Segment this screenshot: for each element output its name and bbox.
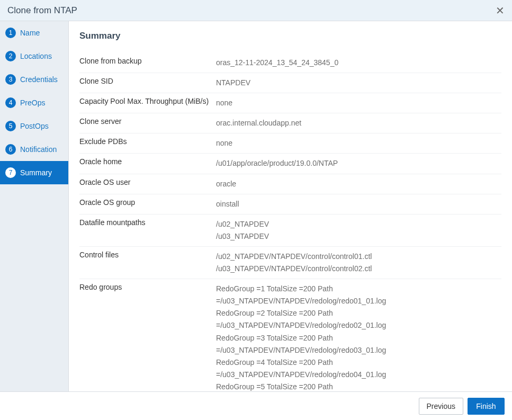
summary-value-line: RedoGroup =2 TotalSize =200 Path =/u03_N… [216,307,501,332]
step-number-badge: 3 [5,74,16,85]
summary-value-line: RedoGroup =4 TotalSize =200 Path =/u03_N… [216,356,501,381]
summary-label: Clone server [79,117,216,129]
summary-value-line: /u03_NTAPDEV [216,230,501,243]
summary-value: oracle [216,178,501,190]
summary-row: Oracle OS groupoinstall [79,194,501,215]
summary-row: Clone SIDNTAPDEV [79,73,501,93]
summary-value: oinstall [216,198,501,210]
summary-value: none [216,97,501,109]
summary-label: Clone SID [79,77,216,89]
previous-button[interactable]: Previous [419,398,463,415]
summary-value-line: RedoGroup =3 TotalSize =200 Path =/u03_N… [216,332,501,356]
summary-row: Oracle home/u01/app/oracle/product/19.0.… [79,154,501,174]
wizard-step-preops[interactable]: 4PreOps [0,91,68,114]
summary-value-line: none [216,97,501,109]
step-number-badge: 7 [5,167,16,178]
summary-value-line: RedoGroup =5 TotalSize =200 Path =/u03_N… [216,381,501,391]
wizard-step-name[interactable]: 1Name [0,21,68,44]
finish-button[interactable]: Finish [468,398,505,415]
summary-value: /u01/app/oracle/product/19.0.0/NTAP [216,157,501,169]
summary-row: Datafile mountpaths/u02_NTAPDEV/u03_NTAP… [79,215,501,247]
summary-label: Clone from backup [79,57,216,69]
summary-row: Capacity Pool Max. Throughput (MiB/s)non… [79,93,501,113]
main-wrap: Summary Clone from backuporas_12-11-2024… [69,21,512,391]
wizard-step-credentials[interactable]: 3Credentials [0,68,68,91]
step-label: PreOps [20,99,45,107]
modal-header: Clone from NTAP ✕ [0,0,512,21]
summary-value-line: oracle [216,178,501,190]
step-label: Name [20,29,40,37]
step-number-badge: 1 [5,28,16,38]
modal-body: 1Name2Locations3Credentials4PreOps5PostO… [0,21,512,391]
summary-value-line: NTAPDEV [216,77,501,89]
step-number-badge: 5 [5,121,16,131]
modal-clone: Clone from NTAP ✕ 1Name2Locations3Creden… [0,0,512,420]
summary-value: oras_12-11-2024_13_54_24_3845_0 [216,57,501,69]
step-number-badge: 6 [5,144,16,155]
summary-value: RedoGroup =1 TotalSize =200 Path =/u03_N… [216,283,501,391]
summary-value: /u02_NTAPDEV/NTAPDEV/control/control01.c… [216,251,501,275]
summary-value-line: oinstall [216,198,501,210]
summary-label: Capacity Pool Max. Throughput (MiB/s) [79,97,216,109]
summary-value-line: /u01/app/oracle/product/19.0.0/NTAP [216,157,501,169]
summary-value-line: RedoGroup =1 TotalSize =200 Path =/u03_N… [216,283,501,307]
summary-heading: Summary [79,31,501,41]
wizard-step-summary[interactable]: 7Summary [0,161,68,184]
summary-label: Oracle home [79,157,216,169]
summary-row: Clone from backuporas_12-11-2024_13_54_2… [79,53,501,73]
summary-value: none [216,137,501,149]
summary-value-line: none [216,137,501,149]
step-label: Summary [20,168,52,177]
wizard-step-locations[interactable]: 2Locations [0,44,68,68]
summary-row: Control files/u02_NTAPDEV/NTAPDEV/contro… [79,247,501,279]
modal-footer: Previous Finish [0,391,512,420]
close-icon[interactable]: ✕ [496,4,505,17]
summary-label: Oracle OS group [79,198,216,210]
step-number-badge: 4 [5,97,16,108]
summary-value: NTAPDEV [216,77,501,89]
wizard-sidebar: 1Name2Locations3Credentials4PreOps5PostO… [0,21,69,391]
summary-value-line: oras_12-11-2024_13_54_24_3845_0 [216,57,501,69]
summary-label: Oracle OS user [79,178,216,190]
summary-label: Redo groups [79,283,216,391]
summary-panel[interactable]: Summary Clone from backuporas_12-11-2024… [69,21,512,391]
step-number-badge: 2 [5,51,16,61]
wizard-step-notification[interactable]: 6Notification [0,138,68,161]
summary-label: Exclude PDBs [79,137,216,149]
step-label: Credentials [20,75,58,84]
summary-label: Control files [79,251,216,275]
summary-value: /u02_NTAPDEV/u03_NTAPDEV [216,218,501,243]
summary-value-line: /u03_NTAPDEV/NTAPDEV/control/control02.c… [216,263,501,275]
summary-row: Oracle OS useroracle [79,174,501,194]
summary-label: Datafile mountpaths [79,218,216,243]
summary-value-line: /u02_NTAPDEV/NTAPDEV/control/control01.c… [216,251,501,263]
step-label: Notification [20,145,57,154]
summary-value-line: orac.internal.cloudapp.net [216,117,501,129]
wizard-step-postops[interactable]: 5PostOps [0,114,68,138]
summary-rows: Clone from backuporas_12-11-2024_13_54_2… [79,53,501,391]
step-label: PostOps [20,122,49,130]
summary-row: Exclude PDBsnone [79,133,501,154]
summary-value-line: /u02_NTAPDEV [216,218,501,230]
summary-value: orac.internal.cloudapp.net [216,117,501,129]
modal-title: Clone from NTAP [7,5,496,16]
summary-row: Clone serverorac.internal.cloudapp.net [79,113,501,133]
step-label: Locations [20,52,52,60]
summary-row: Redo groupsRedoGroup =1 TotalSize =200 P… [79,279,501,391]
